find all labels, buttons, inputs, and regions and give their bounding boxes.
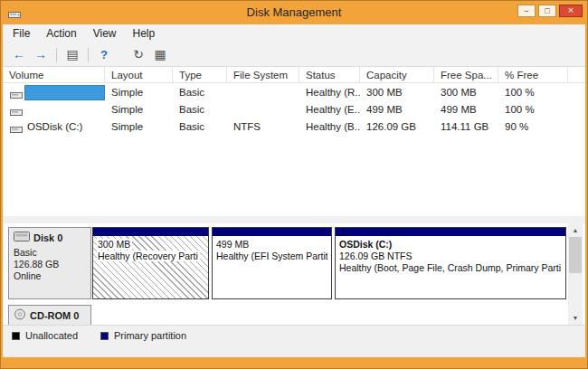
- partition-label: OSDisk (C:): [339, 239, 562, 251]
- forward-icon[interactable]: →: [31, 46, 51, 63]
- cell-pct-free: 90 %: [498, 118, 568, 136]
- cell-pct-free: 100 %: [498, 101, 568, 118]
- column-pct-free[interactable]: % Free: [498, 67, 568, 83]
- cell-free-space: 114.11 GB: [434, 118, 498, 136]
- disk0-info-panel[interactable]: Disk 0 Basic 126.88 GB Online: [8, 227, 91, 299]
- partition-status: Healthy (Boot, Page File, Crash Dump, Pr…: [339, 262, 562, 274]
- toolbar-separator: [56, 48, 57, 62]
- title-bar[interactable]: Disk Management − □ ×: [1, 1, 587, 24]
- cell-free-space: 300 MB: [434, 84, 498, 101]
- cell-pct-free: 100 %: [498, 84, 568, 101]
- partition-efi[interactable]: 499 MB Healthy (EFI System Partit: [212, 227, 332, 299]
- disk-name: Disk 0: [33, 232, 62, 244]
- primary-partition-swatch: [100, 332, 109, 340]
- column-volume[interactable]: Volume: [3, 67, 105, 83]
- cell-status: Healthy (R...: [299, 84, 360, 101]
- partition-status: Healthy (EFI System Partit: [216, 251, 327, 262]
- volume-list-header: Volume Layout Type File System Status Ca…: [3, 67, 585, 83]
- cell-capacity: 499 MB: [360, 101, 434, 118]
- help-icon[interactable]: ?: [94, 46, 114, 63]
- maximize-button[interactable]: □: [538, 5, 556, 17]
- console-tree-icon[interactable]: ▤: [62, 46, 82, 63]
- cell-volume: [24, 101, 105, 118]
- action-pane-icon[interactable]: ▦: [150, 46, 170, 63]
- close-button[interactable]: ×: [559, 5, 583, 17]
- volume-list: Volume Layout Type File System Status Ca…: [3, 67, 585, 216]
- cell-layout: Simple: [105, 101, 173, 118]
- table-row[interactable]: OSDisk (C:) Simple Basic NTFS Healthy (B…: [3, 118, 585, 136]
- disk-type: Basic: [14, 247, 86, 259]
- cell-capacity: 300 MB: [360, 84, 434, 101]
- cell-type: Basic: [173, 84, 227, 101]
- cell-type: Basic: [173, 118, 227, 136]
- minimize-button[interactable]: −: [517, 5, 536, 17]
- cell-layout: Simple: [105, 118, 173, 136]
- menu-bar: File Action View Help: [3, 24, 585, 43]
- scroll-up-icon[interactable]: ▲: [568, 223, 583, 237]
- partition-recovery[interactable]: 300 MB Healthy (Recovery Parti: [92, 227, 209, 299]
- cdrom-name: CD-ROM 0: [30, 310, 79, 322]
- partition-size: 499 MB: [216, 239, 327, 251]
- table-row[interactable]: Simple Basic Healthy (R... 300 MB 300 MB…: [3, 84, 585, 101]
- scrollbar-thumb[interactable]: [569, 237, 582, 273]
- partition-color-band: [213, 228, 331, 236]
- partition-status: Healthy (Recovery Parti: [97, 251, 204, 262]
- menu-file[interactable]: File: [5, 24, 38, 43]
- legend-unallocated: Unallocated: [12, 330, 78, 341]
- unallocated-swatch: [12, 332, 20, 340]
- cell-status: Healthy (B...: [299, 118, 360, 136]
- legend-primary-partition: Primary partition: [100, 330, 186, 341]
- pane-splitter[interactable]: [3, 216, 585, 223]
- cdrom-icon: [14, 308, 26, 323]
- cell-file-system: [227, 84, 299, 101]
- cell-volume: OSDisk (C:): [24, 118, 105, 136]
- disk-management-window: Disk Management − □ × File Action View H…: [0, 0, 588, 369]
- cdrom0-info-panel[interactable]: CD-ROM 0 DVD (: [8, 305, 91, 325]
- menu-action[interactable]: Action: [38, 24, 84, 43]
- refresh-icon[interactable]: ↻: [128, 46, 148, 63]
- table-row[interactable]: Simple Basic Healthy (E... 499 MB 499 MB…: [3, 101, 585, 118]
- partition-size: 126.09 GB NTFS: [339, 251, 562, 262]
- partition-color-band: [93, 228, 208, 236]
- cell-type: Basic: [173, 101, 227, 118]
- vertical-scrollbar[interactable]: ▲ ▼: [568, 223, 583, 325]
- column-status[interactable]: Status: [299, 67, 360, 83]
- toolbar-separator: [88, 48, 89, 62]
- partition-osdisk[interactable]: OSDisk (C:) 126.09 GB NTFS Healthy (Boot…: [335, 227, 566, 299]
- drive-icon: [8, 7, 21, 18]
- column-free-space[interactable]: Free Spa...: [434, 67, 498, 83]
- partition-size: 300 MB: [97, 239, 204, 251]
- cell-capacity: 126.09 GB: [360, 118, 434, 136]
- disk0-partitions: 300 MB Healthy (Recovery Parti 499 MB He…: [92, 227, 566, 299]
- toolbar: ← → ▤ ? ↻ ▦: [3, 43, 585, 67]
- back-icon[interactable]: ←: [9, 46, 29, 63]
- column-capacity[interactable]: Capacity: [360, 67, 434, 83]
- volume-icon: [10, 122, 23, 138]
- window-content: File Action View Help ← → ▤ ? ↻ ▦ Volume…: [3, 24, 585, 357]
- column-file-system[interactable]: File System: [227, 67, 299, 83]
- legend-bar: Unallocated Primary partition: [3, 325, 585, 357]
- disk-capacity: 126.88 GB: [14, 259, 86, 270]
- cell-layout: Simple: [105, 84, 173, 101]
- menu-help[interactable]: Help: [125, 24, 164, 43]
- cell-status: Healthy (E...: [299, 101, 360, 118]
- column-layout[interactable]: Layout: [105, 67, 173, 83]
- column-type[interactable]: Type: [173, 67, 227, 83]
- cell-free-space: 499 MB: [434, 101, 498, 118]
- menu-view[interactable]: View: [85, 24, 125, 43]
- disk-status: Online: [14, 270, 86, 282]
- disk-icon: [14, 231, 30, 245]
- cell-file-system: [227, 101, 299, 118]
- scroll-down-icon[interactable]: ▼: [568, 311, 583, 325]
- cell-file-system: NTFS: [227, 118, 299, 136]
- window-title: Disk Management: [1, 1, 587, 24]
- cell-volume: [24, 84, 105, 101]
- graphical-view: Disk 0 Basic 126.88 GB Online 300 MB Hea…: [3, 223, 585, 325]
- partition-color-band: [336, 228, 565, 236]
